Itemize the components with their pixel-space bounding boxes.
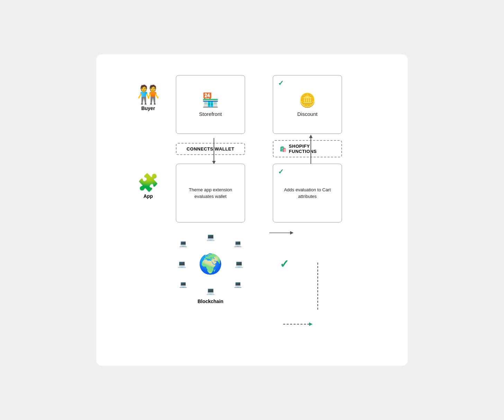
- discount-icon: 🪙: [299, 92, 316, 108]
- laptop-top: 💻: [206, 233, 215, 241]
- buyer-icon: 🧑‍🤝‍🧑: [137, 85, 160, 103]
- adds-evaluation-box: ✓ Adds evaluation to Cart attributes: [273, 164, 342, 222]
- svg-marker-7: [309, 135, 313, 138]
- shopify-functions-label: SHOPIFY FUNCTIONS: [289, 144, 335, 154]
- app-icon: 🧩: [137, 174, 159, 191]
- h-arrow-container: [245, 164, 273, 222]
- laptop-top-right: 💻: [234, 240, 242, 247]
- svg-marker-10: [309, 322, 313, 326]
- laptop-bottom-left: 💻: [179, 281, 187, 288]
- laptop-left: 💻: [178, 260, 186, 268]
- discount-box: ✓ 🪙 Discount: [273, 75, 342, 134]
- shopify-bag-icon: 🛍️: [280, 146, 287, 152]
- adds-evaluation-label: Adds evaluation to Cart attributes: [273, 181, 342, 206]
- storefront-box: 🏪 Storefront: [176, 75, 245, 134]
- row-1: 🧑‍🤝‍🧑 Buyer 🏪 Storefront ✓ 🪙 Discount: [120, 75, 384, 134]
- buyer-label: Buyer: [141, 106, 155, 111]
- app-actor: 🧩 App: [120, 164, 176, 199]
- row-3: 🧩 App Theme app extension evaluates wall…: [120, 164, 384, 222]
- app-label: App: [143, 193, 153, 199]
- storefront-icon: 🏪: [202, 92, 219, 108]
- row-2-badges: CONNECTS WALLET 🛍️ SHOPIFY FUNCTIONS: [120, 140, 384, 157]
- discount-label: Discount: [297, 111, 317, 117]
- row-4-blockchain: 🌍 💻 💻 💻 💻 💻 💻 💻 💻 Blockchain ✓: [120, 229, 384, 304]
- blockchain-cluster: 🌍 💻 💻 💻 💻 💻 💻 💻 💻 Blockchain: [176, 229, 245, 304]
- laptop-bottom: 💻: [206, 287, 215, 295]
- adds-checkmark: ✓: [278, 167, 284, 176]
- buyer-actor: 🧑‍🤝‍🧑 Buyer: [120, 75, 176, 111]
- globe-icon: 🌍: [198, 253, 223, 275]
- theme-extension-box: Theme app extension evaluates wallet: [176, 164, 245, 222]
- shopify-functions-badge: 🛍️ SHOPIFY FUNCTIONS: [273, 140, 342, 157]
- blockchain-checkmark: ✓: [280, 257, 289, 271]
- blockchain-visual: 🌍 💻 💻 💻 💻 💻 💻 💻 💻: [176, 229, 245, 299]
- storefront-label: Storefront: [199, 111, 222, 117]
- diagram-container: 🧑‍🤝‍🧑 Buyer 🏪 Storefront ✓ 🪙 Discount C: [96, 54, 408, 366]
- connects-wallet-label: CONNECTS WALLET: [187, 146, 234, 152]
- laptop-right: 💻: [235, 260, 243, 268]
- top-boxes: 🏪 Storefront ✓ 🪙 Discount: [176, 75, 342, 134]
- discount-checkmark: ✓: [278, 79, 284, 87]
- blockchain-check-area: ✓: [280, 229, 289, 299]
- laptop-top-left: 💻: [179, 240, 187, 247]
- connects-wallet-badge: CONNECTS WALLET: [176, 143, 245, 155]
- theme-extension-label: Theme app extension evaluates wallet: [176, 181, 245, 206]
- laptop-bottom-right: 💻: [234, 281, 242, 288]
- blockchain-label: Blockchain: [198, 299, 224, 304]
